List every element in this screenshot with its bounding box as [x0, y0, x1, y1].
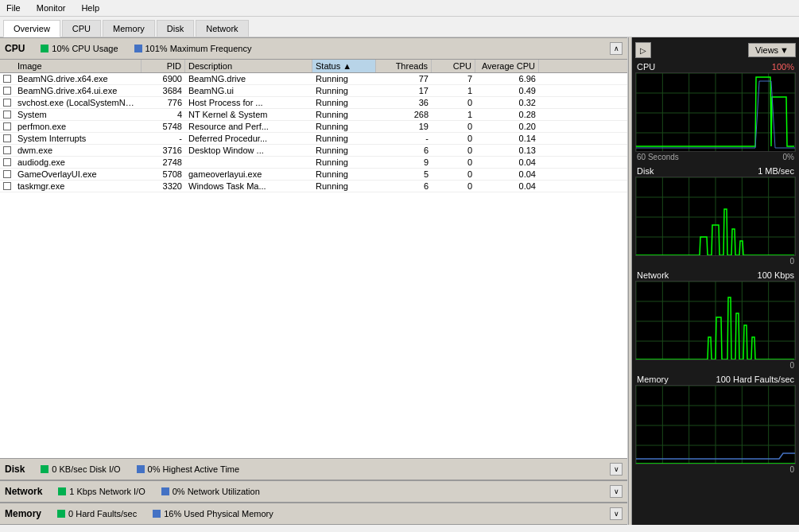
table-row[interactable]: dwm.exe 3716 Desktop Window ... Running …: [0, 145, 627, 157]
row-avgcpu: 0.04: [475, 181, 539, 192]
menu-file[interactable]: File: [3, 2, 24, 14]
table-row[interactable]: svchost.exe (LocalSystemNet... 776 Host …: [0, 97, 627, 109]
network-expand-btn[interactable]: ∨: [610, 485, 623, 498]
table-row[interactable]: audiodg.exe 2748 Running 9 0 0.04: [0, 157, 627, 169]
row-image: GameOverlayUI.exe: [14, 169, 142, 180]
col-header-cpu[interactable]: CPU: [432, 60, 475, 72]
network-stat1-icon: [58, 487, 66, 495]
tab-memory[interactable]: Memory: [103, 20, 155, 37]
col-header-threads[interactable]: Threads: [376, 60, 432, 72]
row-cpu: 0: [432, 133, 475, 144]
memory-stat1-label: 0 Hard Faults/sec: [68, 509, 137, 518]
tab-bar: Overview CPU Memory Disk Network: [0, 17, 799, 37]
col-header-desc[interactable]: Description: [185, 60, 312, 72]
menu-help[interactable]: Help: [78, 2, 103, 14]
row-image: perfmon.exe: [14, 121, 142, 132]
row-description: [185, 161, 312, 163]
cpu-section-header[interactable]: CPU 10% CPU Usage 101% Maximum Frequency…: [0, 37, 627, 60]
row-description: Desktop Window ...: [185, 145, 312, 156]
cpu-graph-section: CPU 100% 60 Seconds 0%: [635, 61, 796, 162]
row-avgcpu: 6.96: [475, 73, 539, 84]
col-header-image[interactable]: Image: [14, 60, 142, 72]
row-threads: 6: [376, 145, 432, 156]
tab-network[interactable]: Network: [196, 20, 248, 37]
disk-expand-btn[interactable]: ∨: [610, 463, 623, 476]
col-header-pid[interactable]: PID: [142, 60, 185, 72]
cpu-section-title: CPU: [5, 43, 25, 54]
row-checkbox[interactable]: [0, 169, 14, 179]
row-image: audiodg.exe: [14, 157, 142, 168]
row-checkbox[interactable]: [0, 181, 14, 191]
row-cpu: 1: [432, 109, 475, 120]
table-row[interactable]: BeamNG.drive.x64.ui.exe 3684 BeamNG.ui R…: [0, 85, 627, 97]
process-table: BeamNG.drive.x64.exe 6900 BeamNG.drive R…: [0, 73, 627, 458]
tab-overview[interactable]: Overview: [3, 20, 60, 37]
memory-section-header[interactable]: Memory 0 Hard Faults/sec 16% Used Physic…: [0, 503, 627, 525]
row-status: Running: [312, 73, 376, 84]
row-status: Running: [312, 181, 376, 192]
row-avgcpu: 0.04: [475, 169, 539, 180]
row-status: Running: [312, 145, 376, 156]
network-section-title: Network: [5, 486, 42, 497]
memory-stat2-icon: [153, 510, 161, 518]
col-header-avgcpu[interactable]: Average CPU: [475, 60, 539, 72]
views-dropdown-icon: ▼: [780, 45, 789, 55]
row-image: System Interrupts: [14, 133, 142, 144]
row-description: gameoverlayui.exe: [185, 169, 312, 180]
disk-graph-value: 1 MB/sec: [758, 166, 794, 176]
row-pid: 3684: [142, 85, 185, 96]
network-section-header[interactable]: Network 1 Kbps Network I/O 0% Network Ut…: [0, 480, 627, 503]
tab-cpu[interactable]: CPU: [62, 20, 101, 37]
memory-graph-value: 100 Hard Faults/sec: [716, 375, 794, 384]
menu-bar: File Monitor Help: [0, 0, 799, 17]
right-panel: ▷ Views ▼ CPU 100% 60 Seconds 0% Disk: [632, 37, 799, 525]
table-row[interactable]: perfmon.exe 5748 Resource and Perf... Ru…: [0, 121, 627, 133]
menu-monitor[interactable]: Monitor: [33, 2, 69, 14]
network-graph-label: Network: [637, 270, 669, 280]
cpu-expand-btn[interactable]: ∧: [610, 42, 623, 55]
row-pid: 3320: [142, 181, 185, 192]
row-checkbox[interactable]: [0, 134, 14, 143]
row-checkbox[interactable]: [0, 110, 14, 119]
network-stat2-label: 0% Network Utilization: [173, 487, 260, 496]
row-description: Host Process for ...: [185, 97, 312, 108]
network-stat1-label: 1 Kbps Network I/O: [69, 487, 145, 496]
row-description: BeamNG.drive: [185, 73, 312, 84]
views-button[interactable]: Views ▼: [748, 43, 796, 57]
row-checkbox[interactable]: [0, 74, 14, 83]
row-avgcpu: 0.32: [475, 97, 539, 108]
row-checkbox[interactable]: [0, 146, 14, 155]
table-row[interactable]: taskmgr.exe 3320 Windows Task Ma... Runn…: [0, 181, 627, 192]
disk-graph-bottom: 0: [789, 257, 794, 266]
memory-expand-btn[interactable]: ∨: [610, 507, 623, 520]
right-top-bar: ▷ Views ▼: [635, 41, 796, 60]
row-checkbox[interactable]: [0, 157, 14, 167]
tab-disk[interactable]: Disk: [157, 20, 194, 37]
row-avgcpu: 0.20: [475, 121, 539, 132]
row-image: dwm.exe: [14, 145, 142, 156]
row-cpu: 0: [432, 181, 475, 192]
table-row[interactable]: System 4 NT Kernel & System Running 268 …: [0, 109, 627, 121]
cpu-table-section: Image PID Description Status ▲ Threads C…: [0, 60, 627, 458]
memory-stat2-label: 16% Used Physical Memory: [164, 509, 273, 518]
row-checkbox[interactable]: [0, 86, 14, 95]
disk-stat2-label: 0% Highest Active Time: [148, 464, 240, 474]
col-header-status[interactable]: Status ▲: [312, 60, 376, 72]
row-threads: 17: [376, 85, 432, 96]
cpu-stat1-icon: [41, 45, 48, 52]
row-threads: 6: [376, 181, 432, 192]
row-threads: 5: [376, 169, 432, 180]
disk-graph-section: Disk 1 MB/sec 0: [635, 165, 796, 266]
row-cpu: 0: [432, 169, 475, 180]
network-graph-bottom: 0: [789, 361, 794, 370]
row-cpu: 0: [432, 157, 475, 168]
table-row[interactable]: System Interrupts - Deferred Procedur...…: [0, 133, 627, 145]
nav-forward-btn[interactable]: ▷: [635, 42, 651, 58]
table-row[interactable]: GameOverlayUI.exe 5708 gameoverlayui.exe…: [0, 169, 627, 181]
cpu-graph-pct: 0%: [783, 153, 794, 161]
disk-section-header[interactable]: Disk 0 KB/sec Disk I/O 0% Highest Active…: [0, 458, 627, 480]
row-checkbox[interactable]: [0, 98, 14, 107]
row-image: System: [14, 109, 142, 120]
table-row[interactable]: BeamNG.drive.x64.exe 6900 BeamNG.drive R…: [0, 73, 627, 85]
row-checkbox[interactable]: [0, 122, 14, 131]
